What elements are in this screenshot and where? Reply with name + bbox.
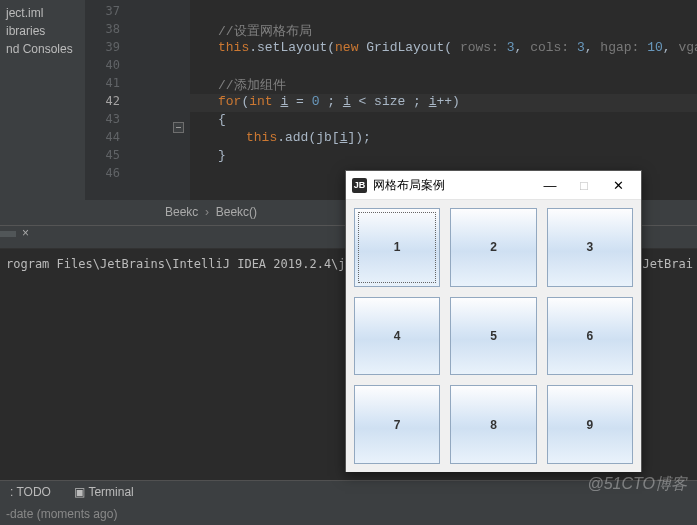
status-text: -date (moments ago) <box>0 505 123 523</box>
breadcrumb-item[interactable]: Beekc() <box>216 205 257 219</box>
code-line: this.setLayout(new GridLayout( rows: 3, … <box>218 40 697 55</box>
editor-gutter: 37 38 39 40 41 42 43 44 45 46 <box>85 0 191 225</box>
grid-button-4[interactable]: 4 <box>354 297 440 376</box>
code-line: } <box>218 148 226 163</box>
terminal-tool-button[interactable]: ▣ Terminal <box>64 481 143 503</box>
code-line: { <box>218 112 226 127</box>
code-comment: //设置网格布局 <box>218 24 312 39</box>
grid-button-3[interactable]: 3 <box>547 208 633 287</box>
java-app-icon: JB <box>352 178 367 193</box>
project-tree[interactable]: ject.iml ibraries nd Consoles <box>0 0 85 225</box>
tree-item[interactable]: nd Consoles <box>0 40 85 58</box>
line-number: 46 <box>96 166 120 180</box>
grid-button-2[interactable]: 2 <box>450 208 536 287</box>
grid-button-9[interactable]: 9 <box>547 385 633 464</box>
code-line: for(int i = 0 ; i < size ; i++) <box>218 94 460 109</box>
line-number-current: 42 <box>96 94 120 108</box>
todo-tool-button[interactable]: : TODO <box>0 481 61 503</box>
code-line: this.add(jb[i]); <box>246 130 371 145</box>
window-titlebar[interactable]: JB 网格布局案例 — □ ✕ <box>346 171 641 200</box>
line-number: 38 <box>96 22 120 36</box>
close-button[interactable]: ✕ <box>601 174 635 196</box>
close-icon[interactable]: × <box>22 226 29 240</box>
code-comment: //添加组件 <box>218 78 286 93</box>
line-number: 45 <box>96 148 120 162</box>
grid-button-6[interactable]: 6 <box>547 297 633 376</box>
line-number: 41 <box>96 76 120 90</box>
line-number: 43 <box>96 112 120 126</box>
grid-panel: 1 2 3 4 5 6 7 8 9 <box>346 200 641 472</box>
window-title: 网格布局案例 <box>373 177 533 194</box>
tree-item[interactable]: ibraries <box>0 22 85 40</box>
grid-button-5[interactable]: 5 <box>450 297 536 376</box>
breadcrumb-item[interactable]: Beekc <box>165 205 198 219</box>
line-number: 44 <box>96 130 120 144</box>
run-tab[interactable] <box>0 231 16 237</box>
grid-button-1[interactable]: 1 <box>354 208 440 287</box>
grid-button-8[interactable]: 8 <box>450 385 536 464</box>
maximize-button[interactable]: □ <box>567 174 601 196</box>
swing-window[interactable]: JB 网格布局案例 — □ ✕ 1 2 3 4 5 6 7 8 9 <box>345 170 642 472</box>
line-number: 37 <box>96 4 120 18</box>
minimize-button[interactable]: — <box>533 174 567 196</box>
line-number: 39 <box>96 40 120 54</box>
line-number: 40 <box>96 58 120 72</box>
grid-button-7[interactable]: 7 <box>354 385 440 464</box>
fold-toggle-icon[interactable] <box>173 122 184 133</box>
watermark: @51CTO博客 <box>587 474 687 495</box>
tree-item[interactable]: ject.iml <box>0 4 85 22</box>
